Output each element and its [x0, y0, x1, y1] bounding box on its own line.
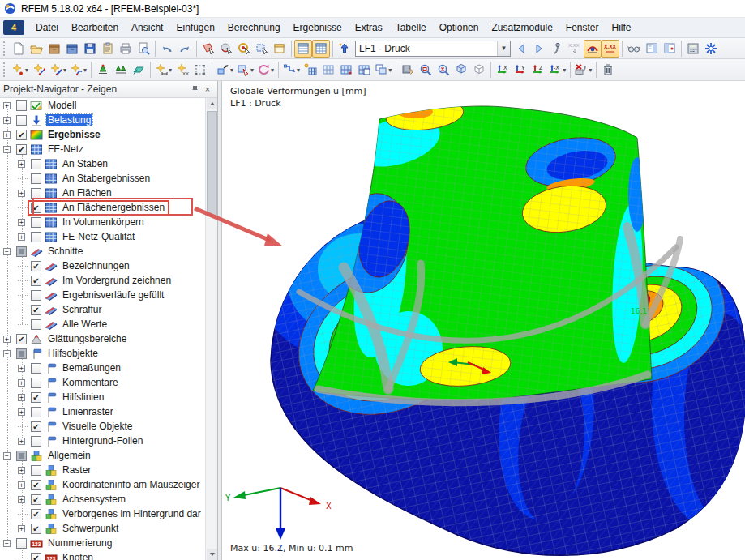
- tree-item-hilfsobjekte[interactable]: −Hilfsobjekte: [0, 346, 205, 361]
- printer-button[interactable]: [117, 40, 135, 58]
- checkbox-partial[interactable]: [16, 246, 27, 257]
- tree-scrollbar[interactable]: [205, 98, 217, 560]
- orbit-view-button[interactable]: [235, 40, 253, 58]
- tree-item-label[interactable]: Hilfsobjekte: [46, 348, 100, 359]
- tree-item-label[interactable]: Kommentare: [61, 377, 120, 388]
- expand-icon[interactable]: +: [18, 481, 25, 489]
- collapse-icon[interactable]: −: [3, 248, 11, 255]
- undo-button[interactable]: [158, 40, 176, 58]
- checkbox-unchecked[interactable]: [31, 217, 41, 228]
- menu-optionen[interactable]: Optionen: [433, 19, 486, 36]
- checkbox-checked[interactable]: ✔: [31, 276, 41, 286]
- dropdown-caret-icon[interactable]: ▾: [297, 66, 300, 74]
- tree-item-bemaßungen[interactable]: +Bemaßungen: [0, 361, 205, 375]
- tree-item-label[interactable]: Nummerierung: [46, 537, 113, 549]
- menu-ergebnisse[interactable]: Ergebnisse: [287, 19, 349, 36]
- checkbox-checked[interactable]: ✔: [31, 261, 41, 271]
- tree-item-hintergrund-folien[interactable]: +Hintergrund-Folien: [0, 434, 205, 448]
- redo-button[interactable]: [176, 40, 194, 58]
- tree-item-label[interactable]: In Volumenkörpern: [61, 216, 146, 228]
- dropdown-caret-icon[interactable]: ▾: [250, 66, 254, 74]
- dimension-button[interactable]: ▾: [153, 61, 173, 79]
- show-values-button[interactable]: X.XX: [602, 40, 619, 58]
- dropdown-caret-icon[interactable]: ▾: [563, 66, 566, 74]
- checkbox-checked[interactable]: ✔: [31, 421, 41, 432]
- menu-datei[interactable]: Datei: [29, 19, 65, 36]
- tree-item-belastung[interactable]: +Belastung: [0, 113, 205, 127]
- move-copy-button[interactable]: ▾: [215, 61, 235, 79]
- tree-item-label[interactable]: FE-Netz-Qualität: [61, 231, 136, 242]
- tree-item-visuelle-objekte[interactable]: ✔Visuelle Objekte: [0, 419, 205, 434]
- zoom-out-button[interactable]: [435, 61, 452, 79]
- clipboard-button[interactable]: [99, 40, 117, 58]
- pin-icon[interactable]: [188, 83, 201, 96]
- checkbox-unchecked[interactable]: [31, 378, 41, 388]
- checkbox-unchecked[interactable]: [31, 159, 41, 169]
- checkbox-checked[interactable]: ✔: [31, 305, 41, 315]
- menu-fenster[interactable]: Fenster: [559, 19, 606, 36]
- expand-icon[interactable]: +: [18, 438, 25, 445]
- tree-item-alle-werte[interactable]: Alle Werte: [0, 317, 205, 331]
- tree-item-hilfslinien[interactable]: +✔Hilfslinien: [0, 390, 205, 404]
- checkbox-checked[interactable]: ✔: [31, 509, 41, 519]
- tree-item-label[interactable]: Knoten: [61, 552, 95, 560]
- tree-item-label[interactable]: Hilfslinien: [61, 391, 105, 403]
- tree-item-knoten[interactable]: ✔123Knoten: [0, 550, 205, 560]
- table-list-button[interactable]: [294, 40, 312, 58]
- menu-berechnung[interactable]: Berechnung: [221, 19, 287, 36]
- mesh-b-button[interactable]: [337, 61, 355, 79]
- tree-item-nummerierung[interactable]: −123Nummerierung: [0, 536, 205, 550]
- tree-item-fe-netz[interactable]: −✔FE-Netz: [0, 142, 205, 156]
- tree-item-label[interactable]: An Flächen: [61, 187, 113, 199]
- expand-icon[interactable]: +: [18, 160, 25, 168]
- expand-icon[interactable]: +: [18, 379, 25, 387]
- menu-zusatzmodule[interactable]: Zusatzmodule: [485, 19, 559, 36]
- collapse-icon[interactable]: −: [3, 452, 11, 460]
- tree-item-fe-netz-qualität[interactable]: +FE-Netz-Qualität: [0, 229, 205, 244]
- tree-item-label[interactable]: An Stäben: [61, 158, 109, 169]
- collapse-icon[interactable]: −: [3, 146, 11, 153]
- member-new-button[interactable]: ▾: [48, 61, 68, 79]
- checkbox-checked[interactable]: ✔: [16, 144, 27, 155]
- tree-item-label[interactable]: Schraffur: [61, 304, 103, 315]
- window-copy-button[interactable]: ▾: [373, 61, 393, 79]
- tree-item-label[interactable]: Bezeichnungen: [61, 260, 131, 271]
- tree-item-in-volumenkörpern[interactable]: +In Volumenkörpern: [0, 215, 205, 229]
- tree-item-glättungsbereiche[interactable]: +✔Glättungsbereiche: [0, 331, 205, 346]
- save-floppy-button[interactable]: [81, 40, 99, 58]
- show-results-button[interactable]: [584, 40, 602, 58]
- menu-extras[interactable]: Extras: [349, 19, 389, 36]
- new-window-button[interactable]: [271, 40, 289, 58]
- collapse-icon[interactable]: −: [3, 350, 11, 357]
- project-box-button[interactable]: [63, 40, 81, 58]
- delete-results-button[interactable]: ▾: [573, 61, 593, 79]
- tree-item-label[interactable]: Alle Werte: [61, 318, 109, 330]
- tree-item-schraffur[interactable]: ✔Schraffur: [0, 302, 205, 317]
- expand-icon[interactable]: +: [3, 131, 11, 139]
- checkbox-unchecked[interactable]: [16, 100, 27, 111]
- tree-item-ergebnisverläufe-gefüllt[interactable]: Ergebnisverläufe gefüllt: [0, 288, 205, 302]
- panel-b-button[interactable]: [661, 40, 679, 58]
- toolbar-gripper[interactable]: [3, 62, 6, 77]
- tree-item-label[interactable]: Schwerpunkt: [61, 523, 120, 534]
- dropdown-caret-icon[interactable]: ▾: [83, 66, 87, 74]
- archive-box-button[interactable]: [45, 40, 63, 58]
- checkbox-checked[interactable]: ✔: [31, 553, 41, 560]
- tree-item-label[interactable]: Verborgenes im Hintergrund dar: [61, 508, 203, 519]
- tree-item-label[interactable]: Hintergrund-Folien: [61, 435, 144, 447]
- tree-item-linienraster[interactable]: +Linienraster: [0, 404, 205, 419]
- tree-item-kommentare[interactable]: +Kommentare: [0, 375, 205, 390]
- tree-item-label[interactable]: Modell: [46, 100, 78, 111]
- trash-button[interactable]: [599, 61, 617, 79]
- new-doc-button[interactable]: [10, 40, 28, 58]
- expand-icon[interactable]: +: [18, 190, 25, 197]
- checkbox-unchecked[interactable]: [31, 232, 41, 242]
- tree-item-label[interactable]: Im Vordergrund zeichnen: [61, 275, 173, 286]
- tree-item-label[interactable]: Visuelle Objekte: [61, 421, 135, 432]
- close-icon[interactable]: ×: [201, 83, 214, 96]
- checkbox-unchecked[interactable]: [31, 436, 41, 447]
- load-case-combobox[interactable]: LF1 - Druck▼: [355, 41, 511, 57]
- select-box-button[interactable]: [191, 61, 209, 79]
- rfem-logo-icon[interactable]: 4: [3, 20, 24, 35]
- tree-item-achsensystem[interactable]: +✔Achsensystem: [0, 492, 205, 507]
